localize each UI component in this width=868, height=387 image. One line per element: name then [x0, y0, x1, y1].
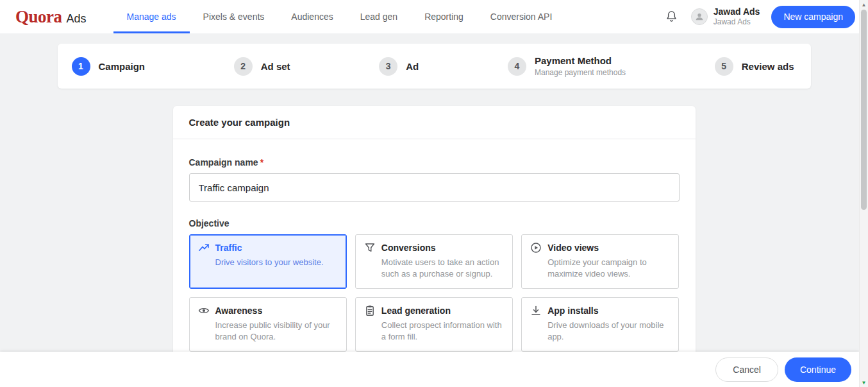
objective-title: App installs	[547, 305, 598, 316]
eye-icon	[198, 305, 210, 316]
step-3-label: Ad	[406, 61, 419, 72]
step-4-label: Payment Method	[535, 55, 626, 66]
quora-ads-logo[interactable]: Quora Ads	[15, 7, 87, 27]
account-text: Jawad Ads Jawad Ads	[714, 6, 760, 26]
page-content: 1 Campaign 2 Ad set 3 Ad 4 Payment Metho…	[0, 33, 868, 387]
quora-ads-app: Quora Ads Manage ads Pixels & events Aud…	[0, 0, 868, 387]
objective-traffic[interactable]: Traffic Drive visitors to your website.	[189, 234, 347, 289]
step-2-circle: 2	[234, 57, 253, 76]
nav-reporting[interactable]: Reporting	[411, 0, 477, 33]
objective-app-installs-header: App installs	[530, 305, 670, 316]
continue-button[interactable]: Continue	[785, 357, 851, 382]
scrollbar-down-arrow[interactable]: ▼	[860, 378, 868, 387]
card-title: Create your campaign	[173, 106, 696, 139]
objective-description: Drive downloads of your mobile app.	[547, 320, 670, 343]
nav-audiences[interactable]: Audiences	[278, 0, 346, 33]
campaign-name-label-text: Campaign name	[189, 157, 258, 168]
notifications-bell-icon[interactable]	[664, 9, 680, 24]
vertical-scrollbar[interactable]: ▲ ▼	[859, 0, 868, 387]
primary-nav: Manage ads Pixels & events Audiences Lea…	[113, 0, 566, 33]
campaign-name-label: Campaign name*	[189, 157, 680, 168]
cancel-button[interactable]: Cancel	[715, 357, 778, 382]
download-icon	[530, 305, 542, 316]
scrollbar-up-arrow[interactable]: ▲	[860, 0, 868, 9]
step-campaign[interactable]: 1 Campaign	[72, 57, 146, 76]
account-name: Jawad Ads	[714, 6, 760, 17]
nav-lead-gen[interactable]: Lead gen	[347, 0, 411, 33]
step-2-label: Ad set	[261, 61, 290, 72]
scrollbar-thumb[interactable]	[861, 10, 867, 210]
trending-up-icon	[198, 242, 210, 254]
objective-awareness[interactable]: Awareness Increase public visibility of …	[189, 297, 347, 352]
funnel-icon	[364, 242, 376, 254]
objective-video-views-header: Video views	[530, 242, 670, 254]
objective-title: Conversions	[381, 243, 436, 253]
campaign-name-input[interactable]	[189, 173, 680, 202]
objective-description: Drive visitors to your website.	[215, 257, 338, 268]
objective-lead-generation-header: Lead generation	[364, 305, 504, 316]
create-campaign-card: Create your campaign Campaign name* Obje…	[173, 106, 696, 369]
user-avatar	[691, 8, 708, 25]
account-menu[interactable]: Jawad Ads Jawad Ads	[691, 6, 760, 26]
ads-wordmark: Ads	[67, 12, 87, 26]
wizard-stepper: 1 Campaign 2 Ad set 3 Ad 4 Payment Metho…	[58, 44, 811, 89]
objective-title: Awareness	[215, 305, 263, 316]
objective-title: Lead generation	[381, 305, 451, 316]
objective-video-views[interactable]: Video views Optimize your campaign to ma…	[521, 234, 679, 289]
top-navigation-bar: Quora Ads Manage ads Pixels & events Aud…	[0, 0, 868, 33]
objective-title: Traffic	[215, 243, 242, 253]
step-5-label: Review ads	[742, 61, 794, 72]
objective-description: Optimize your campaign to maximize video…	[547, 257, 670, 280]
topbar-right-cluster: Jawad Ads Jawad Ads New campaign	[664, 6, 855, 28]
clipboard-icon	[364, 305, 376, 316]
objective-description: Increase public visibility of your brand…	[215, 320, 338, 343]
step-ad[interactable]: 3 Ad	[379, 57, 419, 76]
objective-conversions-header: Conversions	[364, 242, 504, 254]
quora-wordmark: Quora	[15, 7, 62, 27]
objective-title: Video views	[547, 243, 599, 253]
objective-conversions[interactable]: Conversions Motivate users to take an ac…	[355, 234, 513, 289]
step-payment-method[interactable]: 4 Payment Method Manage payment methods	[508, 55, 626, 77]
card-body: Campaign name* Objective Traffic	[173, 139, 696, 367]
objective-description: Collect prospect information with a form…	[381, 320, 504, 343]
nav-manage-ads[interactable]: Manage ads	[113, 0, 190, 33]
new-campaign-button[interactable]: New campaign	[771, 6, 855, 28]
account-subtitle: Jawad Ads	[714, 17, 760, 26]
nav-conversion-api[interactable]: Conversion API	[477, 0, 566, 33]
objective-lead-generation[interactable]: Lead generation Collect prospect informa…	[355, 297, 513, 352]
step-3-circle: 3	[379, 57, 397, 76]
required-marker: *	[260, 157, 263, 168]
nav-pixels-events[interactable]: Pixels & events	[190, 0, 278, 33]
objective-awareness-header: Awareness	[198, 305, 338, 316]
objective-grid: Traffic Drive visitors to your website. …	[189, 234, 680, 352]
step-4-circle: 4	[508, 57, 526, 76]
step-1-circle: 1	[72, 57, 90, 76]
play-circle-icon	[530, 242, 542, 254]
step-1-label: Campaign	[99, 61, 146, 72]
step-4-subtitle: Manage payment methods	[535, 68, 626, 77]
objective-traffic-header: Traffic	[198, 242, 338, 254]
objective-label: Objective	[189, 218, 680, 228]
step-review-ads[interactable]: 5 Review ads	[715, 57, 794, 76]
step-5-circle: 5	[715, 57, 733, 76]
objective-app-installs[interactable]: App installs Drive downloads of your mob…	[521, 297, 679, 352]
objective-description: Motivate users to take an action such as…	[381, 257, 504, 280]
wizard-footer: Cancel Continue	[0, 352, 859, 387]
step-ad-set[interactable]: 2 Ad set	[234, 57, 290, 76]
